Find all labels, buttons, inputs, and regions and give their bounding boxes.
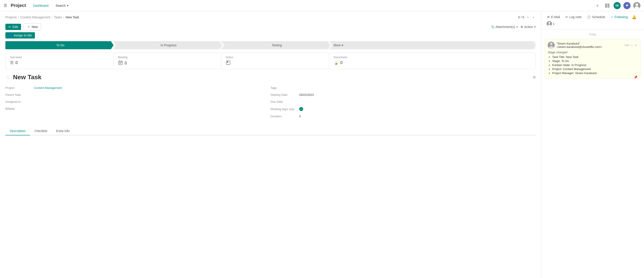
breadcrumb-tasks[interactable]: Tasks <box>54 16 62 19</box>
svg-rect-13 <box>227 62 228 62</box>
search-chevron-icon: ▾ <box>67 4 68 7</box>
stat-documents-value: 0 <box>340 60 342 65</box>
user-avatar-1[interactable]: SK <box>614 2 621 9</box>
search-nav[interactable]: Search ▾ <box>54 3 70 8</box>
followers-count: 1 <box>553 22 555 26</box>
pin-icon[interactable]: 📌 <box>634 76 638 79</box>
user-avatar-2[interactable]: 💬 <box>624 2 630 9</box>
new-button[interactable]: ＋ New <box>24 23 41 30</box>
star-icon[interactable]: ☆ <box>5 74 10 80</box>
action-bar: ✏ Edit ＋ New 📎 Attachment(s) ▾ ⚙ Action … <box>0 22 541 32</box>
attachment-icon: 📎 <box>491 25 495 29</box>
documents-icon: 🍃 <box>334 60 338 65</box>
svg-point-14 <box>548 22 550 24</box>
stat-subtasks[interactable]: Sub-tasks ☰ 0 <box>6 53 114 69</box>
parent-task-label: Parent Task <box>5 93 32 96</box>
field-parent-task: Parent Task <box>5 92 270 97</box>
field-working-days: Working days only ✓ <box>270 106 536 112</box>
message-type: Stage changed <box>548 50 638 54</box>
working-days-checkbox[interactable]: ✓ <box>299 107 303 111</box>
breadcrumb-bar: Projects / Content Management / Tasks / … <box>0 11 541 22</box>
new-label: New <box>32 25 38 29</box>
stage-pipeline: To Do In Progress Testing More ▾ <box>5 41 536 49</box>
email-button[interactable]: ✉ E-Mail <box>545 14 562 20</box>
hamburger-icon[interactable]: ☰ <box>4 3 7 8</box>
field-col-left: Project Content Management Parent Task A… <box>5 85 270 119</box>
user-avatar-3[interactable] <box>633 2 640 9</box>
due-date-label: Due Date <box>270 100 297 104</box>
apps-icon[interactable] <box>604 2 611 9</box>
stat-meeting[interactable]: Meeting 0 <box>114 53 222 69</box>
dashboard-nav-link[interactable]: Dashboard <box>31 3 50 8</box>
assign-to-me-button[interactable]: 👤 Assign to Me <box>5 32 35 38</box>
bell-icon[interactable]: 🔔 <box>631 14 637 20</box>
assign-icon: 👤 <box>8 34 12 37</box>
starting-date-value[interactable]: 03/22/2023 <box>299 93 314 96</box>
followers-section: 1 <box>546 21 555 26</box>
breadcrumb-content-management[interactable]: Content Management <box>20 16 50 19</box>
subtasks-icon: ☰ <box>10 60 14 65</box>
stage-testing[interactable]: Testing <box>222 41 330 49</box>
schedule-icon: 🕐 <box>587 15 591 19</box>
duration-value[interactable]: 0 <box>299 114 301 118</box>
stage-more[interactable]: More ▾ <box>330 41 536 49</box>
app-title: Project <box>11 3 26 8</box>
working-days-label: Working days only <box>270 108 297 111</box>
top-nav: ☰ Project Dashboard Search ▾ ＋ SK 💬 <box>0 0 644 11</box>
pagination-prev-button[interactable]: ‹ <box>526 15 530 20</box>
log-note-button[interactable]: ✏ Log note <box>563 14 584 20</box>
svg-rect-12 <box>226 61 230 65</box>
chatter-messages: Today "Sinem Karabulut" <sinem.karabulut… <box>541 29 644 278</box>
breadcrumb-projects[interactable]: Projects <box>5 16 17 19</box>
edit-button[interactable]: ✏ Edit <box>5 24 21 30</box>
message-expand-icon[interactable]: □ <box>631 44 633 47</box>
stat-active[interactable]: Active <box>221 53 329 69</box>
project-label: Project <box>5 86 32 90</box>
following-button[interactable]: ✓ Following <box>608 14 630 20</box>
field-billable: Billable <box>5 106 270 111</box>
tab-extra-info[interactable]: Extra Info <box>52 127 74 136</box>
tags-label: Tags <box>270 86 297 90</box>
stage-todo[interactable]: To Do <box>5 41 114 49</box>
svg-rect-0 <box>606 4 607 5</box>
message-time: now <box>624 44 630 47</box>
follower-avatar[interactable] <box>546 21 552 26</box>
fields-container: Project Content Management Parent Task A… <box>5 85 536 119</box>
action-button[interactable]: ⚙ Action ▾ <box>520 25 536 29</box>
stat-documents[interactable]: Documents 🍃 0 <box>329 53 536 69</box>
stats-bar: Sub-tasks ☰ 0 Meeting <box>5 53 536 69</box>
tab-description-label: Description <box>10 129 26 133</box>
tab-checklist-label: Checklist <box>34 129 47 133</box>
tab-checklist[interactable]: Checklist <box>30 127 52 136</box>
schedule-label: Schedule <box>592 15 605 19</box>
main-content: Projects / Content Management / Tasks / … <box>0 11 541 278</box>
message-item: "Sinem Karabulut" <sinem.karabulut@cloud… <box>545 39 640 78</box>
add-icon[interactable]: ＋ <box>594 2 601 9</box>
right-panel: ✉ E-Mail ✏ Log note 🕐 Schedule ✓ Followi… <box>541 11 644 278</box>
tab-description[interactable]: Description <box>5 127 30 136</box>
pagination-next-button[interactable]: › <box>532 15 536 20</box>
attachment-button[interactable]: 📎 Attachment(s) ▾ <box>491 25 518 29</box>
task-title-row: ☆ New Task <box>5 74 536 81</box>
stat-documents-label: Documents <box>334 56 347 59</box>
message-sender: "Sinem Karabulut" <sinem.karabulut@cloud… <box>556 42 624 48</box>
duration-label: Duration <box>270 114 297 118</box>
svg-point-15 <box>548 24 551 26</box>
schedule-button[interactable]: 🕐 Schedule <box>585 14 607 20</box>
assign-label: Assign to Me <box>14 34 32 37</box>
svg-rect-1 <box>608 4 609 5</box>
following-check-icon: ✓ <box>611 15 613 19</box>
project-value[interactable]: Content Management <box>34 86 62 90</box>
stat-subtasks-value: 0 <box>16 60 18 65</box>
action-label: Action <box>524 25 533 29</box>
attachment-label: Attachment(s) <box>496 25 515 29</box>
stage-inprogress[interactable]: In Progress <box>114 41 222 49</box>
stat-meeting-value: 0 <box>125 61 127 66</box>
task-title[interactable]: New Task <box>13 74 42 81</box>
message-avatar <box>548 42 555 49</box>
following-label: Following <box>615 15 628 19</box>
message-reply-icon[interactable]: ↩ <box>635 44 638 47</box>
edit-icon: ✏ <box>8 25 11 29</box>
breadcrumb: Projects / Content Management / Tasks / … <box>5 16 79 19</box>
stage-more-label: More <box>334 44 341 47</box>
